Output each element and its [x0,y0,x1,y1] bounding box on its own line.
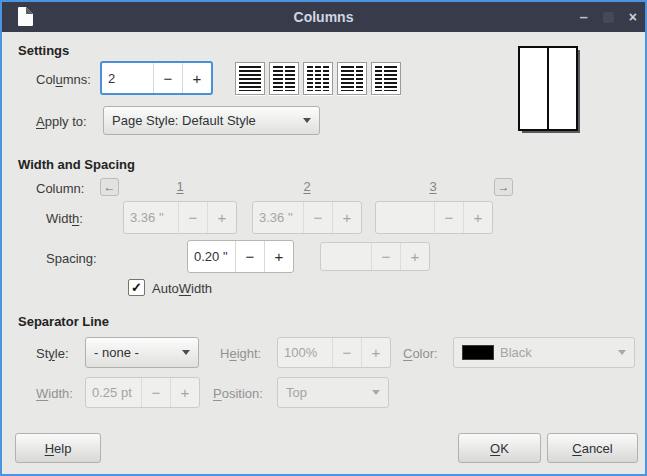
maximize-button [603,12,614,23]
width-2-decrement-button: − [303,202,332,233]
spacing-1-spinbox: 0.20 " − + [187,240,294,273]
window-controls: – × [579,2,637,32]
spacing-2-decrement-button: − [371,243,400,270]
height-decrement-button: − [332,338,361,367]
settings-heading: Settings [18,43,69,58]
spacing-1-decrement-button[interactable]: − [235,241,264,272]
column-presets [235,62,401,95]
width-1-increment-button: + [207,202,236,233]
right-wide-columns-icon [384,66,397,91]
width-2-input: 3.36 " [253,202,303,233]
style-label: Style: [36,346,69,361]
two-columns-icon [285,66,295,91]
columns-spinbox: 2 − + [100,61,213,95]
preset-one-column-button[interactable] [235,62,265,95]
position-label: Position: [213,386,263,401]
width-2-increment-button: + [332,202,361,233]
chevron-down-icon [182,350,190,355]
separator-width-spinbox: 0.25 pt − + [85,377,200,408]
width-2-spinbox: 3.36 " − + [252,201,362,234]
next-column-button[interactable]: → [494,178,513,196]
chevron-down-icon [618,350,626,355]
height-increment-button: + [361,338,390,367]
columns-input[interactable]: 2 [102,63,153,93]
column-number-1: 1 [176,179,183,194]
separator-width-increment-button: + [170,378,199,407]
spacing-2-input [321,243,371,270]
previous-column-button[interactable]: ← [100,178,119,196]
separator-width-decrement-button: − [141,378,170,407]
chevron-down-icon [372,390,380,395]
window-title: Columns [2,2,645,32]
columns-decrement-button[interactable]: − [153,63,182,93]
height-input: 100% [278,338,332,367]
spacing-1-input[interactable]: 0.20 " [188,241,235,272]
chevron-down-icon [303,118,311,123]
column-number-2: 2 [303,179,310,194]
width-1-decrement-button: − [178,202,207,233]
preview-divider-line [547,48,549,129]
column-number-3: 3 [429,179,436,194]
height-label: Height: [220,346,261,361]
width-spacing-heading: Width and Spacing [18,157,135,172]
checkmark-icon: ✓ [131,281,142,294]
color-swatch [462,345,494,360]
height-spinbox: 100% − + [277,337,391,368]
titlebar[interactable]: Columns – × [2,2,645,32]
width-3-input [376,202,434,233]
minimize-button[interactable]: – [579,2,587,32]
autowidth-checkbox[interactable]: ✓ [128,279,145,296]
column-layout-preview [518,46,578,131]
separator-width-input: 0.25 pt [86,378,141,407]
style-dropdown[interactable]: - none - [85,337,199,368]
three-columns-icon [323,66,329,91]
width-3-spinbox: − + [375,201,493,234]
columns-dialog: Columns – × Settings Columns: 2 − + [0,0,647,476]
spacing-label: Spacing: [46,251,97,266]
spacing-2-spinbox: − + [320,242,430,271]
width-3-decrement-button: − [434,202,463,233]
preset-right-wide-button[interactable] [371,62,401,95]
columns-increment-button[interactable]: + [182,63,211,93]
left-wide-columns-icon [356,66,363,91]
apply-to-dropdown[interactable]: Page Style: Default Style [103,106,320,135]
spacing-2-increment-button: + [400,243,429,270]
help-button[interactable]: Help [15,433,101,463]
color-dropdown: Black [453,337,635,368]
columns-label: Columns: [36,72,91,87]
preset-two-columns-button[interactable] [269,62,299,95]
ok-button[interactable]: OK [458,433,541,463]
width-label: Width: [46,211,83,226]
width-1-spinbox: 3.36 " − + [123,201,237,234]
arrow-right-icon: → [498,180,510,194]
one-column-icon [239,66,261,91]
column-nav-label: Column: [36,181,84,196]
width-3-increment-button: + [463,202,492,233]
separator-line-heading: Separator Line [18,314,109,329]
cancel-button[interactable]: Cancel [547,433,638,463]
preset-three-columns-button[interactable] [303,62,333,95]
position-dropdown: Top [277,377,389,408]
preset-left-wide-button[interactable] [337,62,367,95]
spacing-1-increment-button[interactable]: + [264,241,293,272]
color-label: Color: [403,346,438,361]
separator-width-label: Width: [36,386,73,401]
width-1-input: 3.36 " [124,202,178,233]
arrow-left-icon: ← [104,180,116,194]
autowidth-label: AutoWidth [152,281,212,296]
apply-to-label: Apply to: [36,114,87,129]
close-button[interactable]: × [629,2,637,32]
